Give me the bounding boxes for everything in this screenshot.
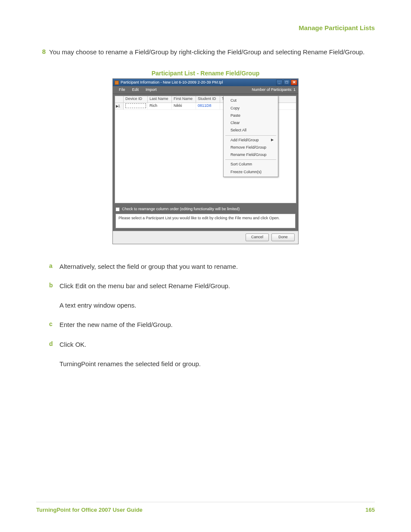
substep-c-text: Enter the new name of the Field/Group. bbox=[59, 320, 375, 330]
substep-d: d Click OK. bbox=[36, 339, 375, 349]
editing-cell-indicator bbox=[125, 103, 146, 108]
substep-b-text: Click Edit on the menu bar and select Re… bbox=[59, 281, 375, 291]
col-student-id[interactable]: Student ID bbox=[196, 96, 220, 103]
context-menu: Cut Copy Paste Clear Select All Add Fiel… bbox=[223, 96, 278, 177]
ctx-clear[interactable]: Clear bbox=[224, 119, 278, 127]
row-header[interactable]: ▶ 1 bbox=[115, 103, 124, 109]
ctx-add-field-group[interactable]: Add Field/Group▶ bbox=[224, 137, 278, 144]
app-icon bbox=[115, 81, 119, 85]
done-button[interactable]: Done bbox=[271, 233, 295, 241]
step-8-row: 8 You may choose to rename a Field/Group… bbox=[36, 47, 375, 57]
rearrange-checkbox[interactable] bbox=[115, 207, 120, 212]
ctx-sort-column[interactable]: Sort Column bbox=[224, 161, 278, 168]
substep-c-letter: c bbox=[49, 320, 59, 327]
menubar: File Edit Import Number of Participants:… bbox=[113, 86, 298, 94]
ctx-rename-field-group[interactable]: Rename Field/Group bbox=[224, 151, 278, 159]
ctx-select-all[interactable]: Select All bbox=[224, 127, 278, 134]
maximize-button[interactable]: □ bbox=[283, 80, 290, 85]
substep-d-text: Click OK. bbox=[59, 339, 375, 349]
substep-d-result: TurningPoint renames the selected field … bbox=[36, 359, 375, 369]
window-title: Participant Information - New List 6-10-… bbox=[121, 80, 276, 85]
menu-file[interactable]: File bbox=[115, 87, 129, 92]
row-arrow-icon: ▶ bbox=[116, 104, 118, 109]
substep-a-letter: a bbox=[49, 261, 59, 269]
ctx-freeze-columns[interactable]: Freeze Column(s) bbox=[224, 168, 278, 176]
window-buttons: _ □ ✕ bbox=[276, 80, 297, 85]
ctx-paste[interactable]: Paste bbox=[224, 112, 278, 119]
col-first-name[interactable]: First Name bbox=[172, 96, 196, 103]
cell-last-name[interactable]: Rich bbox=[148, 103, 172, 109]
substep-d-letter: d bbox=[49, 339, 59, 347]
info-box: Please select a Participant List you wou… bbox=[115, 214, 296, 228]
menu-edit[interactable]: Edit bbox=[129, 87, 143, 92]
chevron-right-icon: ▶ bbox=[271, 138, 274, 142]
participant-count: Number of Participants: 1 bbox=[252, 87, 296, 92]
menu-import[interactable]: Import bbox=[142, 87, 160, 92]
step-text: You may choose to rename a Field/Group b… bbox=[49, 47, 375, 57]
corner-cell bbox=[115, 96, 124, 103]
figure-title: Participant List - Rename Field/Group bbox=[152, 70, 259, 77]
ctx-separator-2 bbox=[225, 159, 276, 160]
section-header: Manage Participant Lists bbox=[36, 24, 375, 31]
footer-guide-name: TurningPoint for Office 2007 User Guide bbox=[36, 507, 143, 513]
window: Participant Information - New List 6-10-… bbox=[112, 78, 299, 244]
rearrange-check-label: Check to rearrange column order (editing… bbox=[122, 207, 240, 212]
minimize-button[interactable]: _ bbox=[276, 80, 283, 85]
substep-c: c Enter the new name of the Field/Group. bbox=[36, 320, 375, 330]
substep-b-letter: b bbox=[49, 281, 59, 289]
close-button[interactable]: ✕ bbox=[291, 80, 297, 85]
ctx-remove-field-group[interactable]: Remove Field/Group bbox=[224, 144, 278, 151]
ctx-copy[interactable]: Copy bbox=[224, 105, 278, 112]
substep-b-result: A text entry window opens. bbox=[36, 300, 375, 310]
footer-page-number: 165 bbox=[365, 507, 375, 513]
step-number: 8 bbox=[36, 47, 49, 55]
substep-a-text: Alternatively, select the field or group… bbox=[59, 261, 375, 271]
figure: Participant List - Rename Field/Group Pa… bbox=[36, 66, 375, 244]
footer: TurningPoint for Office 2007 User Guide … bbox=[36, 502, 375, 513]
substep-b: b Click Edit on the menu bar and select … bbox=[36, 281, 375, 291]
cell-student-id[interactable]: 0811D8 bbox=[196, 103, 220, 109]
col-device-id[interactable]: Device ID bbox=[124, 96, 148, 103]
ctx-cut[interactable]: Cut bbox=[224, 97, 278, 104]
col-last-name[interactable]: Last Name bbox=[148, 96, 172, 103]
cancel-button[interactable]: Cancel bbox=[246, 233, 269, 241]
rearrange-check-row: Check to rearrange column order (editing… bbox=[115, 207, 296, 212]
titlebar[interactable]: Participant Information - New List 6-10-… bbox=[113, 79, 298, 86]
ctx-separator-1 bbox=[225, 135, 276, 136]
substep-a: a Alternatively, select the field or gro… bbox=[36, 261, 375, 271]
button-row: Cancel Done bbox=[113, 231, 298, 244]
lower-panel: Check to rearrange column order (editing… bbox=[113, 205, 298, 230]
page: Manage Participant Lists 8 You may choos… bbox=[0, 0, 411, 532]
cell-device-id[interactable] bbox=[124, 103, 148, 109]
cell-first-name[interactable]: Nikki bbox=[172, 103, 196, 109]
grid-area: Device ID Last Name First Name Student I… bbox=[113, 94, 298, 205]
